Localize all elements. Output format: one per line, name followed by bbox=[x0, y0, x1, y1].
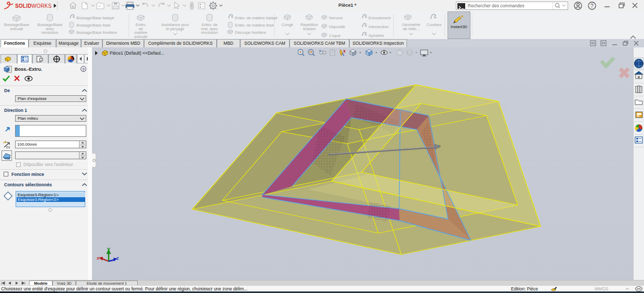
svg-text:X: X bbox=[97, 256, 99, 261]
svg-text:Z: Z bbox=[116, 256, 119, 261]
svg-text:?: ? bbox=[590, 3, 594, 9]
svg-text:SOLIDWORKS: SOLIDWORKS bbox=[15, 3, 51, 9]
svg-text:D1: D1 bbox=[6, 146, 10, 149]
